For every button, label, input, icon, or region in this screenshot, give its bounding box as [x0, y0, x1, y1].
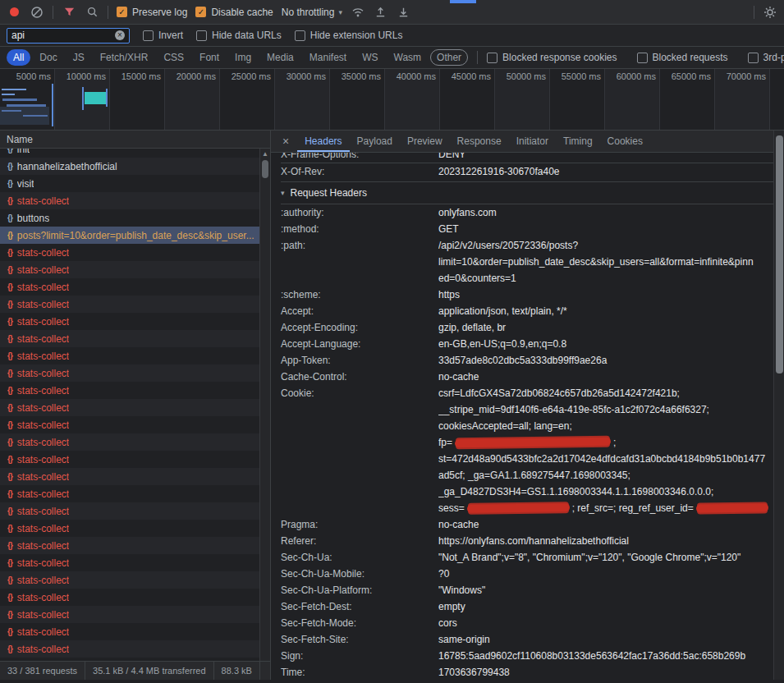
export-har-button[interactable]	[397, 5, 411, 20]
type-filter-ws[interactable]: WS	[355, 49, 384, 66]
invert-checkbox[interactable]: Invert	[143, 30, 183, 41]
type-filter-manifest[interactable]: Manifest	[303, 49, 353, 66]
overview-column[interactable]: 70000 ms	[715, 69, 770, 130]
scrollbar-thumb[interactable]	[776, 135, 783, 374]
timeline-overview[interactable]: 5000 ms10000 ms15000 ms20000 ms25000 ms3…	[0, 69, 784, 131]
filter-input[interactable]: api ×	[7, 28, 130, 44]
request-row[interactable]: {}posts?limit=10&order=publish_date_desc…	[0, 227, 259, 244]
request-row[interactable]: {}stats-collect	[0, 416, 259, 433]
tab-response[interactable]: Response	[450, 131, 509, 152]
advanced-filters: Blocked response cookiesBlocked requests…	[487, 52, 784, 63]
name-column-header[interactable]: Name	[0, 131, 270, 149]
details-scrollbar[interactable]	[773, 131, 784, 680]
request-row[interactable]: {}hannahelizabethofficial	[0, 158, 259, 175]
request-row[interactable]: {}stats-collect	[0, 537, 259, 554]
request-row[interactable]: {}stats-collect	[0, 330, 259, 347]
request-row[interactable]: {}stats-collect	[0, 520, 259, 537]
request-row[interactable]: {}stats-collect	[0, 244, 259, 261]
overview-column[interactable]: 5000 ms	[0, 69, 55, 130]
filter-button[interactable]	[62, 5, 76, 20]
request-row[interactable]: {}stats-collect	[0, 468, 259, 485]
overview-column[interactable]: 65000 ms	[660, 69, 715, 130]
request-row[interactable]: {}stats-collect	[0, 433, 259, 451]
requests-scrollbar[interactable]: ▲	[259, 149, 270, 661]
request-row[interactable]: {}stats-collect	[0, 606, 259, 623]
type-filter-js[interactable]: JS	[66, 49, 91, 66]
header-value: cors	[438, 615, 773, 631]
tab-headers[interactable]: Headers	[297, 131, 349, 152]
overview-column[interactable]	[770, 69, 784, 130]
disable-cache-checkbox[interactable]: ✓ Disable cache	[195, 7, 273, 18]
request-name: hannahelizabethofficial	[17, 161, 117, 172]
blocked-requests-checkbox[interactable]: Blocked requests	[637, 52, 728, 63]
request-row[interactable]: {}stats-collect	[0, 347, 259, 364]
hide-extension-urls-checkbox[interactable]: Hide extension URLs	[295, 30, 403, 41]
request-row[interactable]: {}stats-collect	[0, 261, 259, 278]
type-filter-all[interactable]: All	[7, 49, 30, 66]
request-row[interactable]: {}stats-collect	[0, 485, 259, 502]
request-row[interactable]: {}stats-collect	[0, 382, 259, 399]
import-har-button[interactable]	[374, 5, 388, 20]
request-row[interactable]: {}stats-collect	[0, 192, 259, 209]
clear-button[interactable]	[30, 5, 44, 20]
request-row[interactable]: {}stats-collect	[0, 571, 259, 589]
clear-filter-icon[interactable]: ×	[115, 30, 125, 40]
close-icon[interactable]: ×	[274, 135, 297, 148]
type-filter-css[interactable]: CSS	[157, 49, 190, 66]
overview-column[interactable]: 25000 ms	[220, 69, 275, 130]
request-row[interactable]: {}stats-collect	[0, 364, 259, 382]
tab-payload[interactable]: Payload	[350, 131, 400, 152]
type-filter-wasm[interactable]: Wasm	[387, 49, 429, 66]
settings-button[interactable]	[763, 5, 777, 20]
search-button[interactable]	[85, 5, 99, 20]
3rd-party-requests-checkbox[interactable]: 3rd-party requests	[748, 52, 784, 63]
request-name: stats-collect	[17, 540, 69, 552]
preserve-log-checkbox[interactable]: ✓ Preserve log	[117, 7, 187, 18]
request-row[interactable]: {}stats-collect	[0, 296, 259, 313]
overview-column[interactable]: 50000 ms	[495, 69, 550, 130]
tab-timing[interactable]: Timing	[556, 131, 600, 152]
request-row[interactable]: {}stats-collect	[0, 451, 259, 468]
request-row[interactable]: {}stats-collect	[0, 623, 259, 640]
header-name: Accept-Language:	[281, 336, 438, 352]
type-filter-doc[interactable]: Doc	[33, 49, 63, 66]
request-row[interactable]: {}stats-collect	[0, 589, 259, 606]
overview-column[interactable]: 45000 ms	[440, 69, 495, 130]
overview-column[interactable]: 55000 ms	[550, 69, 605, 130]
overview-column[interactable]: 60000 ms	[605, 69, 660, 130]
tab-preview[interactable]: Preview	[400, 131, 450, 152]
request-row[interactable]: {}stats-collect	[0, 502, 259, 520]
request-row[interactable]: {}stats-collect	[0, 399, 259, 416]
scroll-up-icon[interactable]: ▲	[260, 149, 270, 158]
request-headers-section[interactable]: ▾Request Headers	[281, 181, 773, 204]
request-row[interactable]: {}visit	[0, 175, 259, 192]
request-row[interactable]: {}stats-collect	[0, 313, 259, 330]
request-row[interactable]: {}stats-collect	[0, 554, 259, 571]
overview-column[interactable]: 15000 ms	[110, 69, 165, 130]
status-bar: 33 / 381 requests 35.1 kB / 4.4 MB trans…	[0, 661, 270, 680]
throttling-select[interactable]: No throttling ▾	[282, 7, 342, 18]
type-filter-font[interactable]: Font	[193, 49, 226, 66]
type-filter-media[interactable]: Media	[260, 49, 300, 66]
network-conditions-button[interactable]	[351, 5, 365, 20]
overview-column[interactable]: 40000 ms	[385, 69, 440, 130]
header-row: Sec-Fetch-Dest:empty	[281, 598, 773, 615]
type-filter-fetch-xhr[interactable]: Fetch/XHR	[94, 49, 155, 66]
hide-data-urls-checkbox[interactable]: Hide data URLs	[196, 30, 282, 41]
request-row[interactable]: {}init	[0, 149, 259, 158]
request-row[interactable]: {}stats-collect	[0, 278, 259, 296]
script-icon: {}	[7, 438, 12, 447]
type-filter-img[interactable]: Img	[228, 49, 258, 66]
blocked-response-cookies-checkbox[interactable]: Blocked response cookies	[487, 52, 617, 63]
request-row[interactable]: {}buttons	[0, 209, 259, 227]
overview-column[interactable]: 20000 ms	[165, 69, 220, 130]
tab-initiator[interactable]: Initiator	[509, 131, 556, 152]
overview-column[interactable]: 35000 ms	[330, 69, 385, 130]
record-button[interactable]	[7, 5, 21, 20]
request-row[interactable]: {}stats-collect	[0, 640, 259, 658]
scrollbar-thumb[interactable]	[262, 160, 268, 178]
tab-cookies[interactable]: Cookies	[600, 131, 650, 152]
overview-column[interactable]: 10000 ms	[55, 69, 110, 130]
overview-column[interactable]: 30000 ms	[275, 69, 330, 130]
type-filter-other[interactable]: Other	[430, 49, 468, 66]
